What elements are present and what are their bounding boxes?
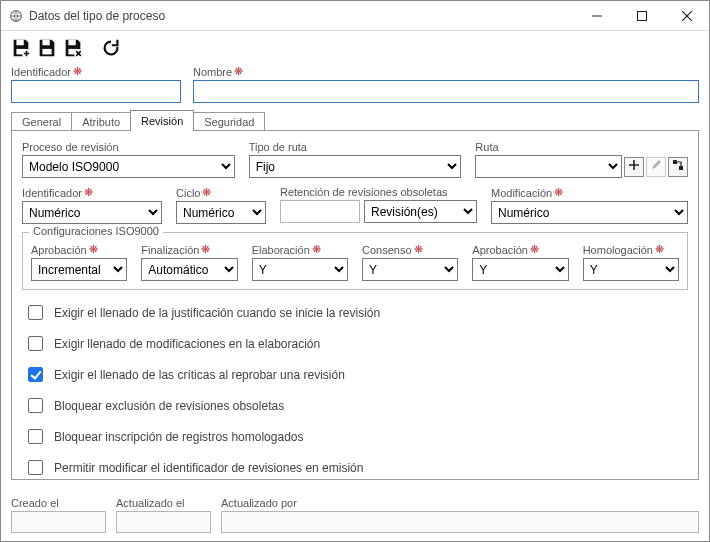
- close-button[interactable]: [664, 1, 709, 30]
- revision-row1: Proceso de revisión Modelo ISO9000 Tipo …: [22, 141, 688, 178]
- checkbox[interactable]: [28, 429, 43, 444]
- refresh-button[interactable]: [99, 36, 123, 60]
- actualizado-por-label: Actualizado por: [221, 497, 699, 509]
- checkbox[interactable]: [28, 460, 43, 475]
- check-permitir-modificar[interactable]: Permitir modificar el identificador de r…: [24, 457, 688, 478]
- label-text: Modificación: [491, 187, 552, 199]
- tab-seguridad[interactable]: Seguridad: [193, 112, 265, 131]
- identificador-input[interactable]: [11, 80, 181, 103]
- checkbox-label: Permitir modificar el identificador de r…: [54, 461, 363, 475]
- proceso-revision-label: Proceso de revisión: [22, 141, 235, 153]
- app-icon: [9, 9, 23, 23]
- check-modificaciones[interactable]: Exigir llenado de modificaciones en la e…: [24, 333, 688, 354]
- checkbox-list: Exigir el llenado de la justificación cu…: [22, 302, 688, 478]
- actualizado-el-label: Actualizado el: [116, 497, 211, 509]
- svg-rect-5: [16, 40, 23, 46]
- rev-identificador-label: Identificador ❋: [22, 186, 162, 199]
- window-controls: [574, 1, 709, 30]
- tipo-ruta-select[interactable]: Fijo: [249, 155, 462, 178]
- iso9000-group: Configuraciones ISO9000 Aprobación❋ Incr…: [22, 232, 688, 290]
- label-text: Elaboración: [252, 244, 310, 256]
- modificacion-select[interactable]: Numérico: [491, 201, 688, 224]
- flow-icon: [672, 159, 684, 174]
- save-and-close-button[interactable]: [61, 36, 85, 60]
- required-icon: ❋: [312, 243, 321, 256]
- window-title: Datos del tipo de proceso: [29, 9, 165, 23]
- content-area: Identificador ❋ Nombre ❋ General Atribut…: [1, 65, 709, 497]
- iso9000-group-title: Configuraciones ISO9000: [29, 225, 163, 237]
- check-bloquear-inscripcion[interactable]: Bloquear inscripción de registros homolo…: [24, 426, 688, 447]
- iso-elaboracion-select[interactable]: Y: [252, 258, 348, 281]
- checkbox[interactable]: [28, 336, 43, 351]
- ruta-add-button[interactable]: [624, 157, 644, 177]
- rev-identificador-select[interactable]: Numérico: [22, 201, 162, 224]
- minimize-button[interactable]: [574, 1, 619, 30]
- nombre-input[interactable]: [193, 80, 699, 103]
- proceso-revision-select[interactable]: Modelo ISO9000: [22, 155, 235, 178]
- tab-panel-revision: Proceso de revisión Modelo ISO9000 Tipo …: [11, 130, 699, 480]
- tab-general[interactable]: General: [11, 112, 72, 131]
- ruta-edit-button[interactable]: [646, 157, 666, 177]
- ciclo-select[interactable]: Numérico: [176, 201, 266, 224]
- required-icon: ❋: [554, 186, 563, 199]
- title-left: Datos del tipo de proceso: [1, 9, 574, 23]
- save-and-new-button[interactable]: [9, 36, 33, 60]
- ruta-select[interactable]: [475, 155, 622, 178]
- checkbox-label: Exigir el llenado de la justificación cu…: [54, 306, 380, 320]
- checkbox-label: Exigir el llenado de las críticas al rep…: [54, 368, 345, 382]
- tipo-ruta-label: Tipo de ruta: [249, 141, 462, 153]
- app-window: Datos del tipo de proceso: [0, 0, 710, 542]
- tab-strip: General Atributo Revisión Seguridad: [11, 109, 699, 130]
- actualizado-el-value: [116, 511, 211, 533]
- iso-aprobacion1-select[interactable]: Incremental: [31, 258, 127, 281]
- tab-revision[interactable]: Revisión: [130, 110, 194, 131]
- save-button[interactable]: [35, 36, 59, 60]
- checkbox[interactable]: [28, 305, 43, 320]
- iso-finalizacion-select[interactable]: Automático: [141, 258, 237, 281]
- pencil-icon: [650, 159, 662, 174]
- revision-row2: Identificador ❋ Numérico Ciclo ❋ Numéric…: [22, 186, 688, 224]
- iso-homologacion-select[interactable]: Y: [583, 258, 679, 281]
- svg-rect-10: [68, 40, 75, 46]
- required-icon: ❋: [234, 65, 243, 78]
- required-icon: ❋: [201, 243, 210, 256]
- iso-aprobacion2-select[interactable]: Y: [472, 258, 568, 281]
- svg-line-4: [682, 11, 692, 21]
- checkbox[interactable]: [28, 398, 43, 413]
- iso9000-grid: Aprobación❋ Incremental Finalización❋ Au…: [31, 243, 679, 281]
- toolbar: [1, 31, 709, 65]
- retencion-label: Retención de revisiones obsoletas: [280, 186, 477, 198]
- identificador-label: Identificador ❋: [11, 65, 181, 78]
- retencion-unit-select[interactable]: Revisión(es): [364, 200, 477, 223]
- required-icon: ❋: [530, 243, 539, 256]
- label-text: Finalización: [141, 244, 199, 256]
- checkbox-label: Bloquear inscripción de registros homolo…: [54, 430, 303, 444]
- creado-el-value: [11, 511, 106, 533]
- required-icon: ❋: [655, 243, 664, 256]
- retencion-qty-input[interactable]: [280, 200, 360, 223]
- actualizado-por-value: [221, 511, 699, 533]
- required-icon: ❋: [89, 243, 98, 256]
- footer-status: Creado el Actualizado el Actualizado por: [1, 497, 709, 541]
- iso-consenso-select[interactable]: Y: [362, 258, 458, 281]
- label-text: Homologación: [583, 244, 653, 256]
- required-icon: ❋: [202, 186, 211, 199]
- required-icon: ❋: [73, 65, 82, 78]
- creado-el-label: Creado el: [11, 497, 106, 509]
- check-criticas[interactable]: Exigir el llenado de las críticas al rep…: [24, 364, 688, 385]
- modificacion-label: Modificación ❋: [491, 186, 688, 199]
- label-text: Identificador: [22, 187, 82, 199]
- tab-atributo[interactable]: Atributo: [71, 112, 131, 131]
- check-justificacion[interactable]: Exigir el llenado de la justificación cu…: [24, 302, 688, 323]
- label-text: Nombre: [193, 66, 232, 78]
- plus-icon: [628, 159, 640, 174]
- svg-line-3: [682, 11, 692, 21]
- svg-rect-16: [679, 166, 683, 170]
- checkbox[interactable]: [28, 367, 43, 382]
- check-bloquear-exclusion[interactable]: Bloquear exclusión de revisiones obsolet…: [24, 395, 688, 416]
- required-icon: ❋: [414, 243, 423, 256]
- maximize-button[interactable]: [619, 1, 664, 30]
- ruta-view-button[interactable]: [668, 157, 688, 177]
- label-text: Aprobación: [472, 244, 528, 256]
- checkbox-label: Bloquear exclusión de revisiones obsolet…: [54, 399, 284, 413]
